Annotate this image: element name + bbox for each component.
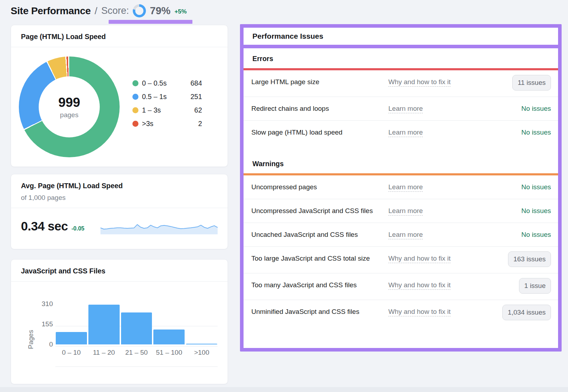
issue-status: No issues xyxy=(491,181,551,193)
card-header: JavaScript and CSS Files xyxy=(11,260,228,282)
gridline xyxy=(55,366,218,367)
issue-name: Redirect chains and loops xyxy=(251,103,388,114)
issue-status: 1,034 issues xyxy=(491,306,551,320)
issue-name: Unminified JavaScript and CSS files xyxy=(251,306,388,317)
section-heading: Warnings xyxy=(244,144,558,173)
load-speed-donut-chart: 999 pages xyxy=(19,56,120,157)
issue-help-link[interactable]: Learn more xyxy=(388,181,491,192)
score-delta: +5% xyxy=(174,8,187,15)
breadcrumb-separator: / xyxy=(95,5,98,17)
issue-name: Too many JavaScript and CSS files xyxy=(251,279,388,290)
issues-panel-header: Performance Issues xyxy=(244,28,558,45)
x-tick-label: 51 – 100 xyxy=(153,349,185,356)
card-header: Page (HTML) Load Speed xyxy=(11,25,228,47)
legend-dot-icon xyxy=(132,80,138,86)
issue-status: 11 issues xyxy=(491,76,551,91)
donut-total-label: pages xyxy=(60,111,78,119)
legend-item: >3s2 xyxy=(132,120,202,128)
donut-center: 999 pages xyxy=(19,56,120,157)
issue-name: Too large JavaScript and CSS total size xyxy=(251,253,388,264)
avg-speed-value: 0.34 sec xyxy=(21,219,68,233)
x-tick-label: 0 – 10 xyxy=(56,349,87,356)
legend-dot-icon xyxy=(132,107,138,113)
bar xyxy=(121,312,152,344)
x-tick-label: 21 – 50 xyxy=(121,349,152,356)
legend-item: 1 – 3s62 xyxy=(132,106,202,114)
score-label: Score: xyxy=(101,5,129,16)
issue-status: No issues xyxy=(491,127,551,138)
issue-row: Too large JavaScript and CSS total sizeW… xyxy=(244,247,558,273)
issues-count-button[interactable]: 163 issues xyxy=(508,251,551,267)
issue-help-link[interactable]: Why and how to fix it xyxy=(388,253,491,264)
page-load-speed-card: Page (HTML) Load Speed 999 pages 0 – 0.5… xyxy=(11,25,228,167)
issue-row: Uncached JavaScript and CSS filesLearn m… xyxy=(244,223,558,247)
sparkline-area xyxy=(100,224,218,234)
score-ring-icon xyxy=(133,4,146,17)
legend-label: 0.5 – 1s xyxy=(142,93,166,101)
issue-name: Slow page (HTML) load speed xyxy=(251,127,388,138)
legend-value: 62 xyxy=(194,106,202,114)
js-css-files-card: JavaScript and CSS Files Pages 3101550 0… xyxy=(11,259,228,384)
issues-count-button[interactable]: 1,034 issues xyxy=(502,305,551,320)
x-tick-label: 11 – 20 xyxy=(88,349,120,356)
avg-speed-body: 0.34 sec -0.05 xyxy=(11,208,228,244)
issue-name: Uncompressed JavaScript and CSS files xyxy=(251,205,388,216)
score-value: 79% xyxy=(150,5,170,17)
bar xyxy=(186,344,217,344)
donut-legend: 0 – 0.5s6840.5 – 1s2511 – 3s62>3s2 xyxy=(132,79,202,128)
issue-status: 1 issue xyxy=(491,279,551,294)
performance-issues-panel: Performance Issues ErrorsLarge HTML page… xyxy=(240,24,562,352)
avg-load-speed-card: Avg. Page (HTML) Load Speed of 1,000 pag… xyxy=(11,174,228,249)
issue-row: Too many JavaScript and CSS filesWhy and… xyxy=(244,273,558,300)
issue-help-link[interactable]: Learn more xyxy=(388,229,491,240)
issue-help-link[interactable]: Why and how to fix it xyxy=(388,279,491,290)
footer-strip xyxy=(0,387,568,392)
annotation-underline xyxy=(109,20,192,24)
legend-value: 2 xyxy=(198,120,202,128)
legend-item: 0 – 0.5s684 xyxy=(132,79,202,87)
issue-name: Uncompressed pages xyxy=(251,181,388,192)
legend-dot-icon xyxy=(132,94,138,100)
legend-value: 251 xyxy=(190,93,202,101)
issue-help-link[interactable]: Why and how to fix it xyxy=(388,306,491,317)
issue-row: Uncompressed pagesLearn moreNo issues xyxy=(244,175,558,199)
card-title: JavaScript and CSS Files xyxy=(21,267,218,275)
avg-speed-sparkline xyxy=(100,218,218,234)
legend-item: 0.5 – 1s251 xyxy=(132,93,202,101)
no-issues-status: No issues xyxy=(521,207,551,214)
bar xyxy=(153,330,185,344)
no-issues-status: No issues xyxy=(521,231,551,238)
issue-name: Large HTML page size xyxy=(251,76,388,87)
issue-help-link[interactable]: Learn more xyxy=(388,205,491,216)
no-issues-status: No issues xyxy=(521,183,551,191)
gridline xyxy=(55,346,218,347)
bars xyxy=(55,304,218,344)
x-axis-tick-labels: 0 – 1011 – 2021 – 5051 – 100>100 xyxy=(55,349,218,356)
issue-help-link[interactable]: Learn more xyxy=(388,127,491,138)
issue-row: Slow page (HTML) load speedLearn moreNo … xyxy=(244,121,558,144)
issue-row: Redirect chains and loopsLearn moreNo is… xyxy=(244,97,558,121)
legend-label: >3s xyxy=(142,120,153,128)
issue-row: Unminified JavaScript and CSS filesWhy a… xyxy=(244,300,558,326)
issues-count-button[interactable]: 11 issues xyxy=(512,75,551,91)
legend-value: 684 xyxy=(190,79,202,87)
issue-help-link[interactable]: Learn more xyxy=(388,103,491,114)
issues-count-button[interactable]: 1 issue xyxy=(519,278,551,294)
avg-speed-delta: -0.05 xyxy=(71,225,84,232)
no-issues-status: No issues xyxy=(521,105,551,112)
issues-panel-title: Performance Issues xyxy=(252,32,549,40)
legend-label: 1 – 3s xyxy=(142,106,161,114)
bar xyxy=(56,332,87,344)
issue-rows: Uncompressed pagesLearn moreNo issuesUnc… xyxy=(244,175,558,326)
no-issues-status: No issues xyxy=(521,129,551,136)
page-title: Site Performance xyxy=(11,5,91,17)
card-header: Avg. Page (HTML) Load Speed of 1,000 pag… xyxy=(11,174,228,208)
issue-status: 163 issues xyxy=(491,253,551,267)
card-subtitle: of 1,000 pages xyxy=(21,194,218,202)
section-heading: Errors xyxy=(244,48,558,68)
card-title: Avg. Page (HTML) Load Speed xyxy=(21,182,218,190)
donut-total-pages: 999 xyxy=(58,95,80,110)
plot-area: 0 – 1011 – 2021 – 5051 – 100>100 xyxy=(55,304,218,366)
issue-help-link[interactable]: Why and how to fix it xyxy=(388,76,491,87)
issue-status: No issues xyxy=(491,205,551,217)
